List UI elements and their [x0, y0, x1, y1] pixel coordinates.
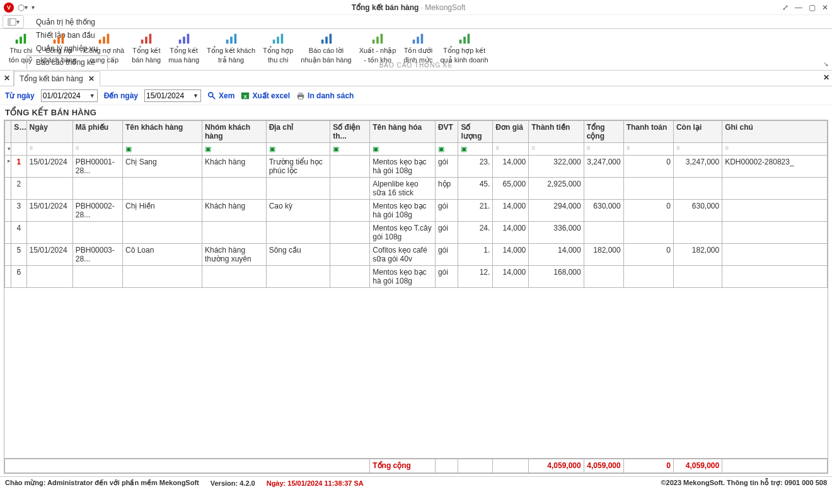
- column-header[interactable]: ĐVT: [435, 121, 458, 143]
- close-all-tabs-button[interactable]: ✕: [0, 71, 14, 86]
- table-row[interactable]: 515/01/2024PBH00003-28...Cô LoanKhách hà…: [5, 244, 828, 266]
- svg-rect-2: [16, 40, 18, 43]
- column-header[interactable]: Ghi chú: [722, 121, 828, 143]
- svg-rect-29: [413, 40, 415, 43]
- column-header[interactable]: Số điện th...: [330, 121, 370, 143]
- table-row[interactable]: 2Alpenlibe kẹo sữa 16 stickhộp45.65,0002…: [5, 178, 828, 200]
- close-tab-button[interactable]: ✕: [88, 74, 95, 83]
- filter-cell[interactable]: =: [72, 143, 122, 156]
- view-button[interactable]: Xem: [207, 91, 234, 100]
- svg-text:X: X: [244, 93, 248, 99]
- column-header[interactable]: Nhóm khách hàng: [202, 121, 267, 143]
- excel-icon: X: [241, 91, 250, 100]
- filter-cell[interactable]: =: [673, 143, 722, 156]
- column-header[interactable]: Đơn giá: [493, 121, 529, 143]
- svg-rect-12: [145, 37, 147, 43]
- svg-rect-18: [230, 37, 233, 43]
- ribbon-button[interactable]: Tổng kếtbán hàng: [128, 32, 165, 64]
- document-tabs: ✕ Tổng kết bán hàng ✕ ✕: [0, 71, 832, 86]
- titlebar-dropdown-icon[interactable]: ▾: [32, 4, 35, 11]
- ribbon-button[interactable]: Báo cáo lờinhuận bán hàng: [297, 32, 355, 64]
- svg-rect-3: [20, 37, 22, 43]
- minimize-button[interactable]: —: [795, 3, 802, 12]
- filter-cell[interactable]: ▣: [266, 143, 330, 156]
- printer-icon: [296, 91, 305, 100]
- document-tab[interactable]: Tổng kết bán hàng ✕: [14, 71, 100, 86]
- status-datetime: 15/01/2024 11:38:37 SA: [287, 479, 363, 487]
- svg-rect-27: [376, 37, 379, 43]
- ribbon-icon: [52, 32, 66, 45]
- data-grid[interactable]: STTNgàyMã phiếuTên khách hàngNhóm khách …: [4, 120, 828, 459]
- from-date-input[interactable]: [41, 89, 98, 102]
- svg-rect-5: [54, 40, 56, 43]
- total-tong-cong: 4,059,000: [584, 459, 623, 473]
- filter-cell[interactable]: ▣: [122, 143, 202, 156]
- filter-cell[interactable]: =: [493, 143, 529, 156]
- filter-cell[interactable]: =: [623, 143, 673, 156]
- ribbon-button[interactable]: Tổng kết kháchtrả hàng: [203, 32, 259, 64]
- column-header[interactable]: Tên khách hàng: [122, 121, 202, 143]
- column-header[interactable]: Tên hàng hóa: [370, 121, 436, 143]
- from-date-label: Từ ngày: [5, 91, 35, 100]
- total-thanh-toan: 0: [623, 459, 673, 473]
- ribbon-button[interactable]: Công nợkhách hàng: [37, 32, 80, 64]
- column-header[interactable]: Số lượng: [458, 121, 493, 143]
- svg-rect-20: [273, 40, 275, 43]
- column-header[interactable]: Còn lại: [673, 121, 722, 143]
- svg-point-35: [209, 92, 213, 96]
- status-welcome: Chào mừng: Administrator đến với phần mề…: [5, 479, 199, 486]
- table-row[interactable]: 6Mentos kẹo bạc hà gói 108ggói12.14,0001…: [5, 266, 828, 288]
- table-row[interactable]: ▸115/01/2024PBH00001-28...Chị SangKhách …: [5, 156, 828, 178]
- total-label: Tổng cộng: [370, 459, 436, 473]
- svg-rect-10: [107, 34, 110, 44]
- filter-cell[interactable]: ▣: [202, 143, 267, 156]
- ribbon-button[interactable]: Tổng hợpthu chi: [259, 32, 297, 64]
- titlebar-options-icon[interactable]: ◯▾: [18, 4, 28, 11]
- menu-tab[interactable]: Quản trị hệ thống: [26, 15, 108, 28]
- close-window-button[interactable]: ✕: [822, 3, 828, 12]
- filter-cell[interactable]: [11, 143, 26, 156]
- filter-cell[interactable]: =: [26, 143, 72, 156]
- filter-cell[interactable]: =: [722, 143, 828, 156]
- ribbon-button[interactable]: Công nợ nhàcung cấp: [80, 32, 128, 64]
- ribbon-toggle-icon[interactable]: ⤢: [782, 3, 789, 12]
- column-header[interactable]: Thành tiền: [529, 121, 584, 143]
- svg-rect-30: [417, 37, 420, 43]
- column-header[interactable]: Tổng cộng: [584, 121, 623, 143]
- magnifier-icon: [207, 91, 216, 100]
- ribbon-launcher-icon[interactable]: ↘: [823, 60, 828, 67]
- grid-filter-row[interactable]: ▾==▣▣▣▣▣▣▣======: [5, 143, 828, 156]
- filter-cell[interactable]: ▣: [330, 143, 370, 156]
- column-header[interactable]: Địa chỉ: [266, 121, 330, 143]
- filter-cell[interactable]: =: [529, 143, 584, 156]
- maximize-button[interactable]: ▢: [809, 3, 816, 12]
- app-icon: V: [4, 3, 14, 13]
- table-row[interactable]: 315/01/2024PBH00002-28...Chị HiềnKhách h…: [5, 200, 828, 222]
- column-header[interactable]: STT: [11, 121, 26, 143]
- filter-cell[interactable]: ▣: [458, 143, 493, 156]
- ribbon-button[interactable]: Thu chitồn quỹ: [5, 32, 37, 64]
- filter-cell[interactable]: ▾: [5, 143, 11, 156]
- ribbon-button[interactable]: Tổng kếtmua hàng: [165, 32, 203, 64]
- close-tab-right-button[interactable]: ✕: [823, 73, 829, 82]
- svg-rect-40: [299, 92, 303, 94]
- ribbon-icon: [271, 32, 285, 45]
- table-row[interactable]: 4Mentos kẹo T.cây gói 108ggói24.14,00033…: [5, 222, 828, 244]
- export-excel-button[interactable]: X Xuất excel: [241, 91, 290, 100]
- column-header[interactable]: [5, 121, 11, 143]
- ribbon-group-label: BÁO CÁO THỐNG KÊ: [0, 62, 832, 69]
- ribbon-icon: [371, 32, 384, 45]
- filter-cell[interactable]: =: [584, 143, 623, 156]
- print-list-button[interactable]: In danh sách: [296, 91, 354, 100]
- column-header[interactable]: Mã phiếu: [72, 121, 122, 143]
- ribbon-button[interactable]: Xuất - nhập- tồn kho: [355, 32, 400, 64]
- ribbon-button[interactable]: Tồn dướiđịnh mức: [400, 32, 436, 64]
- svg-rect-13: [149, 34, 152, 44]
- column-header[interactable]: Thanh toán: [623, 121, 673, 143]
- ribbon-button[interactable]: Tổng hợp kếtquả kinh doanh: [436, 32, 492, 64]
- to-date-input[interactable]: [144, 89, 201, 102]
- column-header[interactable]: Ngày: [26, 121, 72, 143]
- layout-toggle-button[interactable]: ▾: [3, 15, 24, 28]
- filter-cell[interactable]: ▣: [435, 143, 458, 156]
- filter-cell[interactable]: ▣: [370, 143, 436, 156]
